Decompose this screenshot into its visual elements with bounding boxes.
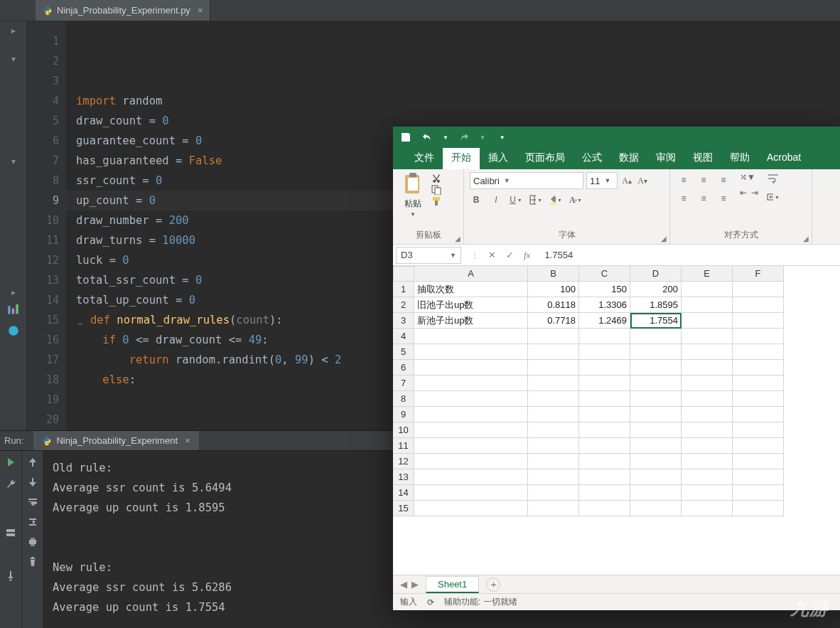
trash-icon[interactable] bbox=[27, 556, 38, 568]
code-line[interactable]: if 0 <= draw_count <= 49: bbox=[76, 330, 840, 350]
cell[interactable] bbox=[414, 454, 528, 469]
cell[interactable] bbox=[579, 454, 630, 469]
editor-file-tab[interactable]: Ninja_Probability_Experiment.py × bbox=[36, 0, 210, 21]
code-line[interactable]: guarantee_count = 0 bbox=[76, 131, 840, 151]
cell[interactable] bbox=[733, 485, 784, 501]
next-sheet-icon[interactable]: ▶ bbox=[411, 579, 419, 590]
cell[interactable] bbox=[579, 391, 630, 407]
code-line[interactable]: draw_turns = 10000 bbox=[76, 230, 840, 250]
cell[interactable] bbox=[682, 422, 733, 438]
layout-icon[interactable] bbox=[5, 528, 16, 539]
code-line[interactable]: total_up_count = 0 bbox=[76, 290, 840, 310]
cell[interactable] bbox=[630, 469, 682, 485]
pin-icon[interactable] bbox=[5, 570, 16, 582]
code-line[interactable]: else: bbox=[76, 370, 840, 390]
line-number[interactable]: 4 bbox=[27, 91, 59, 111]
cell[interactable] bbox=[528, 407, 579, 422]
chevron-down-icon[interactable]: ▾ bbox=[11, 156, 16, 166]
close-icon[interactable]: × bbox=[198, 5, 203, 16]
row-header[interactable]: 10 bbox=[393, 422, 414, 438]
code-line[interactable]: luck = 0 bbox=[76, 250, 840, 270]
cell[interactable] bbox=[733, 469, 784, 485]
line-number[interactable]: 15 bbox=[27, 310, 59, 330]
line-number[interactable]: 17 bbox=[27, 350, 59, 370]
arrow-up-icon[interactable] bbox=[27, 457, 38, 468]
cell[interactable] bbox=[528, 469, 579, 485]
cell[interactable] bbox=[528, 391, 579, 407]
line-number[interactable]: 14 bbox=[27, 290, 59, 310]
arrow-down-icon[interactable] bbox=[27, 477, 38, 488]
code-line[interactable]: up_count = 0 bbox=[76, 191, 840, 211]
line-number[interactable]: 18 bbox=[27, 370, 59, 390]
line-number[interactable]: 13 bbox=[27, 270, 59, 290]
code-line[interactable]: has_guaranteed = False bbox=[76, 151, 840, 171]
row-header[interactable]: 8 bbox=[393, 391, 414, 407]
line-number[interactable]: 8 bbox=[27, 171, 59, 191]
cell[interactable] bbox=[733, 501, 784, 516]
prev-sheet-icon[interactable]: ◀ bbox=[400, 579, 407, 590]
row-header[interactable]: 12 bbox=[393, 454, 414, 469]
cell[interactable] bbox=[414, 438, 528, 454]
cell[interactable] bbox=[733, 391, 784, 407]
cell[interactable] bbox=[733, 422, 784, 438]
chevron-right-icon[interactable]: ▸ bbox=[11, 287, 16, 297]
row-header[interactable]: 13 bbox=[393, 469, 414, 485]
cell[interactable] bbox=[682, 485, 733, 501]
line-number[interactable]: 11 bbox=[27, 230, 59, 250]
cell[interactable] bbox=[579, 422, 630, 438]
chevron-down-icon[interactable]: ▾ bbox=[11, 54, 16, 64]
cell[interactable] bbox=[733, 407, 784, 422]
cell[interactable] bbox=[630, 422, 682, 438]
code-line[interactable]: return random.randint(0, 99) < 2 bbox=[76, 350, 840, 370]
cell[interactable] bbox=[579, 407, 630, 422]
line-number[interactable]: 3 bbox=[27, 71, 59, 91]
chevron-right-icon[interactable]: ▸ bbox=[11, 26, 16, 36]
line-number[interactable]: 16 bbox=[27, 330, 59, 350]
bookmarks-icon[interactable] bbox=[7, 324, 20, 337]
structure-icon[interactable] bbox=[7, 304, 20, 317]
cell[interactable] bbox=[414, 485, 528, 501]
close-icon[interactable]: × bbox=[185, 435, 190, 446]
line-number[interactable]: 10 bbox=[27, 211, 59, 230]
cell[interactable] bbox=[630, 407, 682, 422]
add-sheet-button[interactable]: ＋ bbox=[486, 578, 500, 592]
cell[interactable] bbox=[682, 391, 733, 407]
cell[interactable] bbox=[528, 454, 579, 469]
line-number[interactable]: 1 bbox=[27, 31, 59, 51]
line-number[interactable]: 5 bbox=[27, 111, 59, 131]
cell[interactable] bbox=[528, 485, 579, 501]
cell[interactable] bbox=[414, 391, 528, 407]
row-header[interactable]: 14 bbox=[393, 485, 414, 501]
cell[interactable] bbox=[579, 501, 630, 516]
line-number[interactable]: 6 bbox=[27, 131, 59, 151]
row-header[interactable]: 11 bbox=[393, 438, 414, 454]
cell[interactable] bbox=[579, 469, 630, 485]
run-config-tab[interactable]: Ninja_Probability_Experiment × bbox=[33, 431, 198, 450]
cell[interactable] bbox=[630, 391, 682, 407]
cell[interactable] bbox=[528, 422, 579, 438]
cell[interactable] bbox=[733, 438, 784, 454]
rerun-icon[interactable] bbox=[5, 457, 16, 468]
code-line[interactable]: draw_count = 0 bbox=[76, 111, 840, 131]
cell[interactable] bbox=[733, 454, 784, 469]
print-icon[interactable] bbox=[27, 536, 38, 548]
cell[interactable] bbox=[579, 438, 630, 454]
cell[interactable] bbox=[682, 407, 733, 422]
cell[interactable] bbox=[630, 485, 682, 501]
cell[interactable] bbox=[630, 454, 682, 469]
cell[interactable] bbox=[528, 501, 579, 516]
code-line[interactable]: import random bbox=[76, 91, 840, 111]
line-number[interactable]: 20 bbox=[27, 410, 59, 430]
line-number[interactable]: 9 bbox=[27, 191, 59, 211]
cell[interactable] bbox=[414, 407, 528, 422]
cell[interactable] bbox=[414, 501, 528, 516]
line-number[interactable]: 2 bbox=[27, 51, 59, 71]
gutter-fold-icon[interactable] bbox=[76, 315, 87, 326]
cell[interactable] bbox=[414, 422, 528, 438]
cell[interactable] bbox=[682, 454, 733, 469]
line-number[interactable]: 7 bbox=[27, 151, 59, 171]
code-line[interactable]: ssr_count = 0 bbox=[76, 171, 840, 191]
scroll-to-end-icon[interactable] bbox=[27, 516, 38, 528]
cell[interactable] bbox=[630, 438, 682, 454]
cell[interactable] bbox=[682, 501, 733, 516]
